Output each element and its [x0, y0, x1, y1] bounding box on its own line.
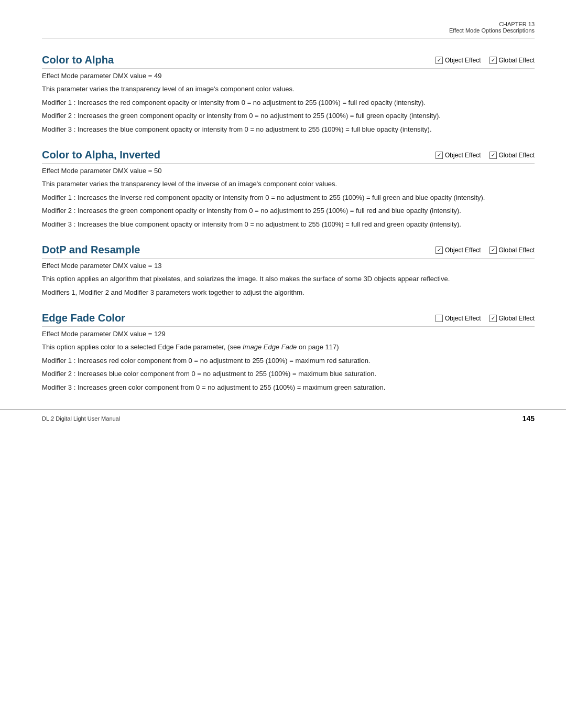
object-effect-checkbox-edge-fade-color	[436, 315, 443, 322]
object-effect-checkbox-color-to-alpha-inverted	[436, 152, 443, 159]
object-effect-checkbox-color-to-alpha	[436, 57, 443, 64]
section-dotp-and-resample: DotP and ResampleObject EffectGlobal Eff…	[42, 244, 535, 297]
paragraph-dotp-and-resample-0: This option applies an algorithm that pi…	[42, 274, 535, 284]
object-effect-badge-color-to-alpha: Object Effect	[436, 57, 481, 64]
effect-badges-color-to-alpha: Object EffectGlobal Effect	[436, 57, 535, 64]
section-header-edge-fade-color: Edge Fade ColorObject EffectGlobal Effec…	[42, 312, 535, 327]
paragraph-color-to-alpha-2: Modifier 2 : Increases the green compone…	[42, 111, 535, 121]
dmx-value-dotp-and-resample: Effect Mode parameter DMX value = 13	[42, 262, 535, 270]
dmx-value-edge-fade-color: Effect Mode parameter DMX value = 129	[42, 330, 535, 338]
paragraph-color-to-alpha-inverted-1: Modifier 1 : Increases the inverse red c…	[42, 192, 535, 203]
effect-badges-edge-fade-color: Object EffectGlobal Effect	[436, 315, 535, 322]
object-effect-label-edge-fade-color: Object Effect	[445, 315, 481, 322]
paragraph-edge-fade-color-1: Modifier 1 : Increases red color compone…	[42, 356, 535, 366]
object-effect-badge-dotp-and-resample: Object Effect	[436, 247, 481, 254]
page-container: CHAPTER 13 Effect Mode Options Descripti…	[0, 0, 566, 438]
section-title-edge-fade-color: Edge Fade Color	[42, 312, 125, 324]
paragraph-edge-fade-color-2: Modifier 2 : Increases blue color compon…	[42, 369, 535, 379]
paragraph-dotp-and-resample-1: Modifiers 1, Modifier 2 and Modifier 3 p…	[42, 287, 535, 298]
global-effect-badge-dotp-and-resample: Global Effect	[489, 247, 535, 254]
paragraph-color-to-alpha-inverted-0: This parameter varies the transparency l…	[42, 179, 535, 189]
object-effect-label-color-to-alpha-inverted: Object Effect	[445, 152, 481, 159]
paragraph-edge-fade-color-3: Modifier 3 : Increases green color compo…	[42, 382, 535, 393]
footer-left: DL.2 Digital Light User Manual	[42, 415, 120, 422]
global-effect-badge-edge-fade-color: Global Effect	[489, 315, 535, 322]
global-effect-label-dotp-and-resample: Global Effect	[499, 247, 535, 254]
global-effect-badge-color-to-alpha: Global Effect	[489, 57, 535, 64]
section-color-to-alpha-inverted: Color to Alpha, InvertedObject EffectGlo…	[42, 149, 535, 229]
paragraph-color-to-alpha-inverted-2: Modifier 2 : Increases the green compone…	[42, 206, 535, 216]
object-effect-label-dotp-and-resample: Object Effect	[445, 247, 481, 254]
global-effect-checkbox-edge-fade-color	[489, 315, 497, 322]
sections-container: Color to AlphaObject EffectGlobal Effect…	[42, 54, 535, 392]
section-title-color-to-alpha: Color to Alpha	[42, 54, 114, 66]
section-title-dotp-and-resample: DotP and Resample	[42, 244, 140, 256]
object-effect-label-color-to-alpha: Object Effect	[445, 57, 481, 64]
paragraph-color-to-alpha-3: Modifier 3 : Increases the blue componen…	[42, 124, 535, 135]
global-effect-checkbox-color-to-alpha-inverted	[489, 152, 497, 159]
dmx-value-color-to-alpha: Effect Mode parameter DMX value = 49	[42, 72, 535, 80]
effect-badges-dotp-and-resample: Object EffectGlobal Effect	[436, 247, 535, 254]
page-number: 145	[523, 414, 535, 423]
global-effect-checkbox-dotp-and-resample	[489, 247, 497, 254]
section-edge-fade-color: Edge Fade ColorObject EffectGlobal Effec…	[42, 312, 535, 392]
object-effect-checkbox-dotp-and-resample	[436, 247, 443, 254]
paragraph-color-to-alpha-0: This parameter varies the transparency l…	[42, 84, 535, 94]
global-effect-label-color-to-alpha-inverted: Global Effect	[499, 152, 535, 159]
paragraph-color-to-alpha-inverted-3: Modifier 3 : Increases the blue componen…	[42, 219, 535, 230]
section-header-color-to-alpha-inverted: Color to Alpha, InvertedObject EffectGlo…	[42, 149, 535, 164]
global-effect-label-edge-fade-color: Global Effect	[499, 315, 535, 322]
object-effect-badge-color-to-alpha-inverted: Object Effect	[436, 152, 481, 159]
object-effect-badge-edge-fade-color: Object Effect	[436, 315, 481, 322]
page-footer: DL.2 Digital Light User Manual 145	[0, 410, 566, 423]
section-header-color-to-alpha: Color to AlphaObject EffectGlobal Effect	[42, 54, 535, 69]
global-effect-badge-color-to-alpha-inverted: Global Effect	[489, 152, 535, 159]
page-header: CHAPTER 13 Effect Mode Options Descripti…	[42, 21, 535, 38]
dmx-value-color-to-alpha-inverted: Effect Mode parameter DMX value = 50	[42, 167, 535, 175]
section-title-color-to-alpha-inverted: Color to Alpha, Inverted	[42, 149, 160, 161]
chapter-subtitle: Effect Mode Options Descriptions	[42, 27, 535, 34]
section-header-dotp-and-resample: DotP and ResampleObject EffectGlobal Eff…	[42, 244, 535, 259]
paragraph-color-to-alpha-1: Modifier 1 : Increases the red component…	[42, 98, 535, 108]
global-effect-label-color-to-alpha: Global Effect	[499, 57, 535, 64]
chapter-label: CHAPTER 13	[42, 21, 535, 27]
section-color-to-alpha: Color to AlphaObject EffectGlobal Effect…	[42, 54, 535, 134]
effect-badges-color-to-alpha-inverted: Object EffectGlobal Effect	[436, 152, 535, 159]
global-effect-checkbox-color-to-alpha	[489, 57, 497, 64]
paragraph-edge-fade-color-0: This option applies color to a selected …	[42, 342, 535, 352]
